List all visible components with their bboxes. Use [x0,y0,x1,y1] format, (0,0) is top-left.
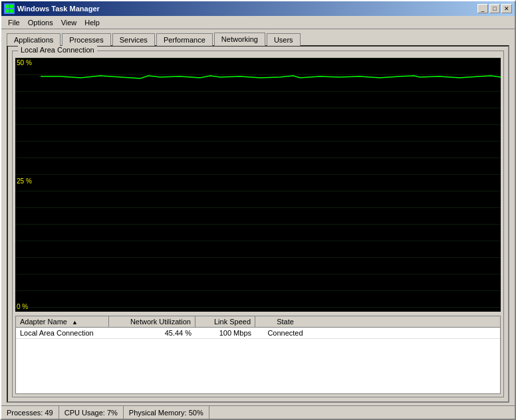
title-buttons: _ □ ✕ [477,4,512,13]
tab-bar: Applications Processes Services Performa… [1,29,515,45]
task-manager-window: Windows Task Manager _ □ ✕ File Options … [0,0,516,420]
svg-rect-7 [15,58,501,312]
sort-icon: ▲ [72,319,78,326]
tab-processes[interactable]: Processes [62,33,110,46]
status-memory: Physical Memory: 50% [124,406,209,419]
svg-rect-3 [10,9,13,13]
cell-utilization: 45.44 % [109,328,195,338]
local-area-connection-group: Local Area Connection 50 % 25 % 0 % [12,51,504,397]
tab-users[interactable]: Users [267,33,301,46]
title-bar: Windows Task Manager _ □ ✕ [1,1,515,16]
app-icon [4,3,15,14]
col-header-utilization[interactable]: Network Utilization [109,316,195,327]
tab-networking[interactable]: Networking [214,33,265,46]
status-processes: Processes: 49 [1,406,59,419]
table-header: Adapter Name ▲ Network Utilization Link … [15,316,501,328]
tab-applications[interactable]: Applications [7,33,61,46]
svg-rect-0 [5,5,9,8]
title-bar-left: Windows Task Manager [4,3,100,14]
svg-rect-2 [5,9,9,13]
svg-rect-1 [10,5,13,8]
status-cpu: CPU Usage: 7% [59,406,124,419]
tab-performance[interactable]: Performance [156,33,213,46]
menu-view[interactable]: View [57,17,81,28]
col-header-state[interactable]: State [255,316,315,327]
menu-file[interactable]: File [4,17,24,28]
cell-link-speed: 100 Mbps [195,328,255,338]
tab-services[interactable]: Services [112,33,155,46]
group-title: Local Area Connection [18,46,97,54]
table-row: Local Area Connection 45.44 % 100 Mbps C… [16,328,500,339]
window-title: Windows Task Manager [17,5,100,13]
cell-adapter-name: Local Area Connection [16,328,109,338]
network-table: Adapter Name ▲ Network Utilization Link … [15,316,501,394]
maximize-button[interactable]: □ [489,4,500,13]
table-body: Local Area Connection 45.44 % 100 Mbps C… [15,328,501,394]
cell-state: Connected [255,328,315,338]
col-header-link-speed[interactable]: Link Speed [195,316,255,327]
col-header-adapter[interactable]: Adapter Name ▲ [16,316,109,327]
menu-options[interactable]: Options [24,17,57,28]
close-button[interactable]: ✕ [501,4,512,13]
content-area: Local Area Connection 50 % 25 % 0 % [7,45,509,403]
status-bar: Processes: 49 CPU Usage: 7% Physical Mem… [1,405,515,419]
minimize-button[interactable]: _ [477,4,488,13]
chart-svg [15,58,501,312]
menu-bar: File Options View Help [1,16,515,29]
network-chart: 50 % 25 % 0 % [15,58,501,312]
menu-help[interactable]: Help [80,17,104,28]
